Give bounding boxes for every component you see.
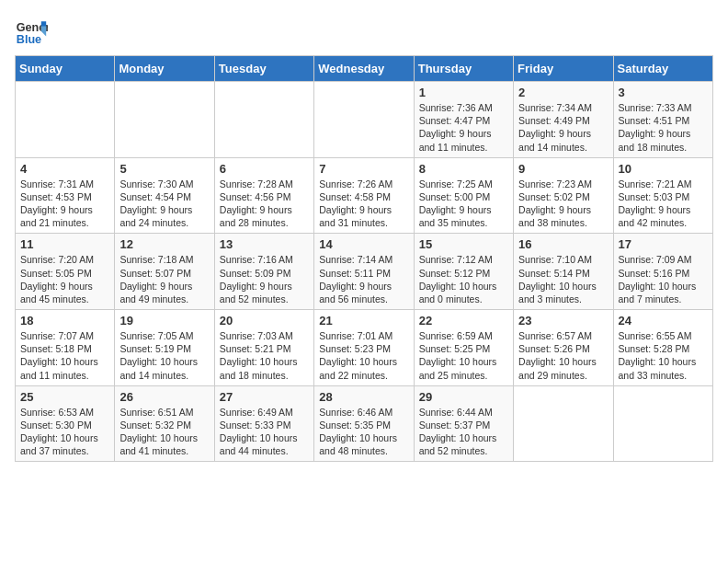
calendar-cell: 18Sunrise: 7:07 AM Sunset: 5:18 PM Dayli…: [16, 310, 115, 386]
day-number: 18: [20, 314, 109, 327]
day-number: 2: [518, 86, 608, 99]
calendar-cell: 9Sunrise: 7:23 AM Sunset: 5:02 PM Daylig…: [514, 157, 613, 234]
calendar-cell: 6Sunrise: 7:28 AM Sunset: 4:56 PM Daylig…: [214, 157, 313, 234]
calendar-cell: [613, 385, 712, 462]
day-number: 29: [419, 390, 508, 404]
day-number: 3: [619, 86, 708, 99]
day-number: 8: [419, 162, 508, 176]
day-number: 11: [20, 237, 109, 251]
calendar-cell: 17Sunrise: 7:09 AM Sunset: 5:16 PM Dayli…: [613, 234, 712, 310]
calendar-cell: 14Sunrise: 7:14 AM Sunset: 5:11 PM Dayli…: [314, 234, 414, 310]
day-info: Sunrise: 7:28 AM Sunset: 4:56 PM Dayligh…: [220, 178, 309, 230]
day-info: Sunrise: 7:30 AM Sunset: 4:54 PM Dayligh…: [119, 178, 209, 230]
calendar-cell: 7Sunrise: 7:26 AM Sunset: 4:58 PM Daylig…: [314, 157, 414, 234]
day-number: 22: [419, 314, 508, 327]
day-info: Sunrise: 7:14 AM Sunset: 5:11 PM Dayligh…: [319, 253, 408, 305]
day-info: Sunrise: 6:55 AM Sunset: 5:28 PM Dayligh…: [619, 329, 708, 382]
day-number: 24: [619, 314, 708, 327]
calendar-cell: 20Sunrise: 7:03 AM Sunset: 5:21 PM Dayli…: [214, 310, 313, 386]
day-info: Sunrise: 7:18 AM Sunset: 5:07 PM Dayligh…: [119, 253, 209, 305]
logo-icon: General Blue: [15, 15, 48, 48]
day-number: 25: [20, 390, 109, 404]
column-header-wednesday: Wednesday: [314, 56, 414, 82]
day-info: Sunrise: 7:34 AM Sunset: 4:49 PM Dayligh…: [518, 101, 608, 154]
day-number: 9: [518, 162, 608, 176]
column-header-tuesday: Tuesday: [214, 56, 313, 82]
day-info: Sunrise: 7:12 AM Sunset: 5:12 PM Dayligh…: [419, 253, 508, 305]
day-info: Sunrise: 7:20 AM Sunset: 5:05 PM Dayligh…: [20, 253, 109, 305]
calendar-cell: 11Sunrise: 7:20 AM Sunset: 5:05 PM Dayli…: [16, 234, 115, 310]
calendar-cell: 24Sunrise: 6:55 AM Sunset: 5:28 PM Dayli…: [613, 310, 712, 386]
day-number: 4: [20, 162, 109, 176]
calendar-week-3: 18Sunrise: 7:07 AM Sunset: 5:18 PM Dayli…: [16, 310, 713, 386]
page-header: General Blue: [15, 15, 713, 48]
day-info: Sunrise: 7:23 AM Sunset: 5:02 PM Dayligh…: [518, 178, 608, 230]
day-number: 28: [319, 390, 408, 404]
day-info: Sunrise: 6:44 AM Sunset: 5:37 PM Dayligh…: [419, 406, 508, 458]
day-number: 26: [119, 390, 209, 404]
day-number: 13: [220, 237, 309, 251]
day-info: Sunrise: 7:26 AM Sunset: 4:58 PM Dayligh…: [319, 178, 408, 230]
column-header-sunday: Sunday: [16, 56, 115, 82]
day-info: Sunrise: 7:25 AM Sunset: 5:00 PM Dayligh…: [419, 178, 508, 230]
day-info: Sunrise: 7:05 AM Sunset: 5:19 PM Dayligh…: [119, 329, 209, 382]
day-info: Sunrise: 6:49 AM Sunset: 5:33 PM Dayligh…: [220, 406, 309, 458]
calendar-cell: 12Sunrise: 7:18 AM Sunset: 5:07 PM Dayli…: [115, 234, 214, 310]
day-info: Sunrise: 6:59 AM Sunset: 5:25 PM Dayligh…: [419, 329, 508, 382]
calendar-week-2: 11Sunrise: 7:20 AM Sunset: 5:05 PM Dayli…: [16, 234, 713, 310]
calendar-cell: 16Sunrise: 7:10 AM Sunset: 5:14 PM Dayli…: [514, 234, 613, 310]
day-number: 21: [319, 314, 408, 327]
day-info: Sunrise: 6:57 AM Sunset: 5:26 PM Dayligh…: [518, 329, 608, 382]
svg-text:Blue: Blue: [17, 33, 41, 46]
day-number: 17: [619, 237, 708, 251]
day-number: 7: [319, 162, 408, 176]
calendar-cell: [314, 82, 414, 158]
calendar-cell: 22Sunrise: 6:59 AM Sunset: 5:25 PM Dayli…: [414, 310, 513, 386]
day-info: Sunrise: 7:01 AM Sunset: 5:23 PM Dayligh…: [319, 329, 408, 382]
day-info: Sunrise: 7:07 AM Sunset: 5:18 PM Dayligh…: [20, 329, 109, 382]
day-number: 5: [119, 162, 209, 176]
calendar-cell: 1Sunrise: 7:36 AM Sunset: 4:47 PM Daylig…: [414, 82, 513, 158]
day-number: 1: [419, 86, 508, 99]
column-header-friday: Friday: [514, 56, 613, 82]
calendar-cell: 25Sunrise: 6:53 AM Sunset: 5:30 PM Dayli…: [16, 385, 115, 462]
calendar-cell: 8Sunrise: 7:25 AM Sunset: 5:00 PM Daylig…: [414, 157, 513, 234]
calendar-week-1: 4Sunrise: 7:31 AM Sunset: 4:53 PM Daylig…: [16, 157, 713, 234]
calendar-cell: 29Sunrise: 6:44 AM Sunset: 5:37 PM Dayli…: [414, 385, 513, 462]
calendar-cell: 5Sunrise: 7:30 AM Sunset: 4:54 PM Daylig…: [115, 157, 214, 234]
calendar-cell: [115, 82, 214, 158]
day-number: 23: [518, 314, 608, 327]
day-number: 27: [220, 390, 309, 404]
column-header-thursday: Thursday: [414, 56, 513, 82]
svg-marker-3: [41, 27, 46, 37]
day-info: Sunrise: 6:51 AM Sunset: 5:32 PM Dayligh…: [119, 406, 209, 458]
day-number: 6: [220, 162, 309, 176]
calendar-cell: 19Sunrise: 7:05 AM Sunset: 5:19 PM Dayli…: [115, 310, 214, 386]
calendar-cell: 2Sunrise: 7:34 AM Sunset: 4:49 PM Daylig…: [514, 82, 613, 158]
calendar-cell: 15Sunrise: 7:12 AM Sunset: 5:12 PM Dayli…: [414, 234, 513, 310]
day-info: Sunrise: 6:53 AM Sunset: 5:30 PM Dayligh…: [20, 406, 109, 458]
day-info: Sunrise: 7:21 AM Sunset: 5:03 PM Dayligh…: [619, 178, 708, 230]
day-number: 16: [518, 237, 608, 251]
calendar-cell: 3Sunrise: 7:33 AM Sunset: 4:51 PM Daylig…: [613, 82, 712, 158]
calendar-cell: [16, 82, 115, 158]
day-number: 15: [419, 237, 508, 251]
column-header-saturday: Saturday: [613, 56, 712, 82]
calendar-cell: [214, 82, 313, 158]
calendar-body: 1Sunrise: 7:36 AM Sunset: 4:47 PM Daylig…: [16, 82, 713, 462]
day-number: 10: [619, 162, 708, 176]
day-info: Sunrise: 7:09 AM Sunset: 5:16 PM Dayligh…: [619, 253, 708, 305]
day-info: Sunrise: 7:31 AM Sunset: 4:53 PM Dayligh…: [20, 178, 109, 230]
calendar-cell: 26Sunrise: 6:51 AM Sunset: 5:32 PM Dayli…: [115, 385, 214, 462]
calendar-cell: 10Sunrise: 7:21 AM Sunset: 5:03 PM Dayli…: [613, 157, 712, 234]
day-number: 19: [119, 314, 209, 327]
day-info: Sunrise: 7:36 AM Sunset: 4:47 PM Dayligh…: [419, 101, 508, 154]
calendar-table: SundayMondayTuesdayWednesdayThursdayFrid…: [15, 55, 713, 462]
day-info: Sunrise: 7:03 AM Sunset: 5:21 PM Dayligh…: [220, 329, 309, 382]
calendar-cell: 27Sunrise: 6:49 AM Sunset: 5:33 PM Dayli…: [214, 385, 313, 462]
calendar-cell: 28Sunrise: 6:46 AM Sunset: 5:35 PM Dayli…: [314, 385, 414, 462]
calendar-header-row: SundayMondayTuesdayWednesdayThursdayFrid…: [16, 56, 713, 82]
day-number: 20: [220, 314, 309, 327]
calendar-cell: 21Sunrise: 7:01 AM Sunset: 5:23 PM Dayli…: [314, 310, 414, 386]
day-info: Sunrise: 7:33 AM Sunset: 4:51 PM Dayligh…: [619, 101, 708, 154]
